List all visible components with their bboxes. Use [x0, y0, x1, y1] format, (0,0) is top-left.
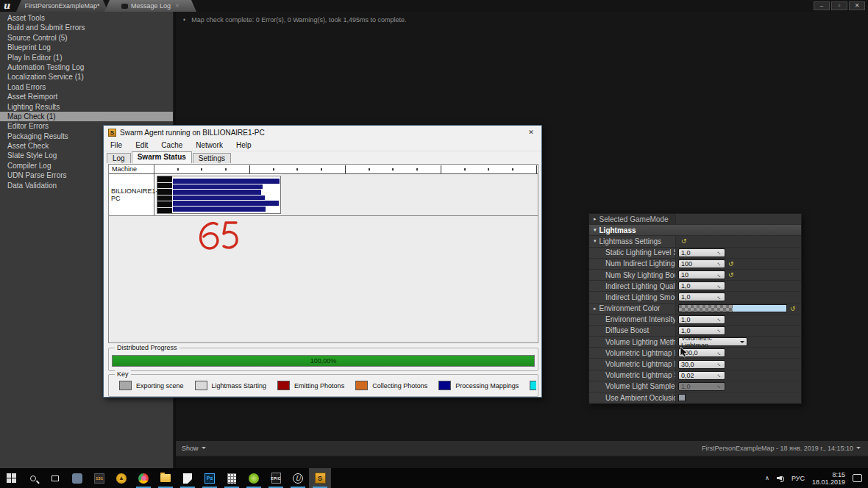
- property-row-indirect-lighting-smoothness[interactable]: Indirect Lighting Smoothness1,0↔: [589, 292, 801, 303]
- map-status-dropdown[interactable]: FirstPersonExampleMap - 18 янв. 2019 г.,…: [702, 445, 861, 452]
- expander-icon[interactable]: ▾: [594, 238, 597, 244]
- reset-to-default-icon[interactable]: ↺: [681, 237, 687, 245]
- swarm-close-button[interactable]: ✕: [525, 129, 537, 136]
- swarm-tab[interactable]: Swarm Status: [132, 151, 192, 163]
- taskbar-button-unreal-engine[interactable]: U: [287, 468, 309, 488]
- spin-field[interactable]: 1,0↔: [678, 326, 725, 335]
- maximize-button[interactable]: ▫: [831, 1, 847, 10]
- taskbar-button-epic-games[interactable]: EPIC: [265, 468, 287, 488]
- taskbar-button-start[interactable]: [0, 468, 22, 488]
- taskbar-button-task-view[interactable]: [44, 468, 66, 488]
- spin-field[interactable]: 1,0↔: [678, 281, 725, 290]
- action-center-icon[interactable]: [853, 474, 862, 482]
- property-row-use-ambient-occlusion[interactable]: Use Ambient Occlusion: [589, 392, 801, 403]
- caret-down-icon: [202, 447, 206, 451]
- ruler-tick: [227, 165, 251, 173]
- spin-field[interactable]: 100↔: [678, 259, 725, 268]
- taskbar-button-calculator[interactable]: [221, 468, 243, 488]
- sidebar-item[interactable]: Automation Testing Log: [0, 62, 173, 72]
- sidebar-item[interactable]: Lighting Results: [0, 102, 173, 112]
- taskbar-button-media-player[interactable]: 131: [88, 468, 110, 488]
- spin-value: 1,0: [681, 249, 716, 256]
- property-row-num-sky-lighting-bounces[interactable]: Num Sky Lighting Bounces10↔↺: [589, 270, 801, 281]
- spin-field[interactable]: 10↔: [678, 270, 725, 279]
- sidebar-item[interactable]: Asset Reimport: [0, 92, 173, 101]
- language-indicator[interactable]: РУС: [791, 475, 805, 482]
- sidebar-item[interactable]: Blueprint Log: [0, 43, 173, 52]
- reset-to-default-icon[interactable]: ↺: [728, 271, 734, 279]
- menu-item[interactable]: Edit: [129, 141, 154, 149]
- taskbar-button-swarm-agent[interactable]: S: [309, 468, 331, 488]
- taskbar-button-photoshop[interactable]: Ps: [199, 468, 221, 488]
- key-item: Exporting scene: [119, 381, 184, 390]
- expander-icon[interactable]: ▾: [594, 227, 597, 233]
- taskbar-button-file-explorer[interactable]: [154, 468, 177, 488]
- sidebar-item[interactable]: Asset Tools: [0, 13, 173, 23]
- menu-item[interactable]: Network: [189, 141, 230, 149]
- property-row-volumetric-lightmap-detail-cell[interactable]: Volumetric Lightmap Detail Cell200,0↔: [589, 348, 801, 359]
- swarm-tab[interactable]: Log: [107, 153, 131, 163]
- property-row-static-lighting-level-scale[interactable]: Static Lighting Level Scale1,0↔: [589, 248, 801, 259]
- menu-item[interactable]: File: [104, 141, 129, 149]
- color-swatch-bar[interactable]: [678, 304, 787, 312]
- minimize-button[interactable]: –: [814, 1, 830, 10]
- speaker-icon[interactable]: [777, 475, 784, 482]
- reset-to-default-icon[interactable]: ↺: [728, 260, 734, 268]
- sidebar-item[interactable]: Localization Service (1): [0, 72, 173, 82]
- property-row-volumetric-lightmap-spherical-h[interactable]: Volumetric Lightmap Spherical H0,02↔: [589, 370, 801, 381]
- property-row-indirect-lighting-quality[interactable]: Indirect Lighting Quality1,0↔: [589, 281, 801, 292]
- spin-field[interactable]: 0,02↔: [678, 371, 725, 380]
- expander-icon[interactable]: ▸: [594, 216, 597, 222]
- property-row-environment-intensity[interactable]: Environment Intensity1,0↔: [589, 315, 801, 326]
- property-label-cell: Volumetric Lightmap Maximum: [589, 359, 676, 369]
- spin-field[interactable]: 1,0↔: [678, 293, 725, 301]
- taskbar-clock[interactable]: 8:1518.01.2019: [812, 471, 845, 486]
- swarm-tab-strip: LogSwarm StatusSettings: [104, 151, 541, 163]
- machine-row[interactable]: BILLIONAIRE1-PC: [109, 174, 538, 216]
- property-label: Volumetric Lightmap Detail Cell: [605, 349, 676, 357]
- sidebar-item[interactable]: Load Errors: [0, 82, 173, 92]
- swarm-tab[interactable]: Settings: [193, 153, 231, 163]
- property-label-cell: Volume Light Sample Placemen: [589, 381, 676, 392]
- sidebar-item[interactable]: Play In Editor (1): [0, 53, 173, 62]
- spin-field[interactable]: 1,0↔: [678, 315, 725, 324]
- sidebar-item[interactable]: Map Check (1): [0, 112, 173, 121]
- task-progress-bar: [173, 184, 263, 190]
- menu-item[interactable]: Cache: [154, 141, 189, 149]
- reset-to-default-icon[interactable]: ↺: [790, 305, 796, 312]
- property-row-selected-gamemode[interactable]: ▸Selected GameMode: [589, 214, 801, 225]
- spin-field[interactable]: 30,0↔: [678, 360, 725, 369]
- tab-message-log[interactable]: Message Log ✕: [104, 0, 196, 12]
- sidebar-item[interactable]: Source Control (5): [0, 33, 173, 43]
- close-button[interactable]: ✕: [849, 1, 865, 10]
- property-row-environment-color[interactable]: ▸Environment Color↺: [589, 304, 801, 315]
- sidebar-item[interactable]: Build and Submit Errors: [0, 23, 173, 32]
- property-value-cell: 1,0↔: [676, 326, 801, 336]
- property-row-diffuse-boost[interactable]: Diffuse Boost1,0↔: [589, 326, 801, 337]
- taskbar-button-browser[interactable]: [132, 468, 154, 488]
- taskbar-button-search[interactable]: [22, 468, 44, 488]
- checkbox[interactable]: [678, 394, 686, 401]
- property-row-volume-lighting-method[interactable]: Volume Lighting MethodVolumetric Lightma…: [589, 337, 801, 348]
- show-dropdown[interactable]: Show: [182, 445, 206, 452]
- tab-close-icon[interactable]: ✕: [175, 3, 179, 9]
- dropdown-field[interactable]: Volumetric Lightmap: [678, 337, 747, 346]
- property-row-lightmass[interactable]: ▾Lightmass: [589, 225, 801, 236]
- bullet-icon: •: [183, 16, 185, 24]
- spin-field[interactable]: 200,0↔: [678, 348, 725, 357]
- taskbar-button-notepad[interactable]: [177, 468, 199, 488]
- tab-firstpersonexamplemap[interactable]: FirstPersonExampleMap*: [16, 0, 108, 12]
- taskbar-button-green-app[interactable]: [243, 468, 265, 488]
- taskbar-button-warning-app[interactable]: ▲: [110, 468, 132, 488]
- log-entry[interactable]: •Map check complete: 0 Error(s), 0 Warni…: [183, 16, 406, 24]
- property-row-volume-light-sample-placemen[interactable]: Volume Light Sample Placemen1,0↔: [589, 381, 801, 392]
- menu-item[interactable]: Help: [230, 141, 258, 149]
- hidden-icons-chevron[interactable]: ∧: [765, 475, 769, 481]
- property-row-num-indirect-lighting-bounces[interactable]: Num Indirect Lighting Bounces100↔↺: [589, 259, 801, 270]
- swarm-title-bar[interactable]: S Swarm Agent running on BILLIONAIRE1-PC…: [104, 126, 541, 139]
- expander-icon[interactable]: ▸: [594, 306, 597, 312]
- property-row-lightmass-settings[interactable]: ▾Lightmass Settings↺: [589, 236, 801, 247]
- spin-field[interactable]: 1,0↔: [678, 248, 725, 257]
- taskbar-button-people-app[interactable]: [66, 468, 88, 488]
- property-row-volumetric-lightmap-maximum[interactable]: Volumetric Lightmap Maximum30,0↔: [589, 359, 801, 370]
